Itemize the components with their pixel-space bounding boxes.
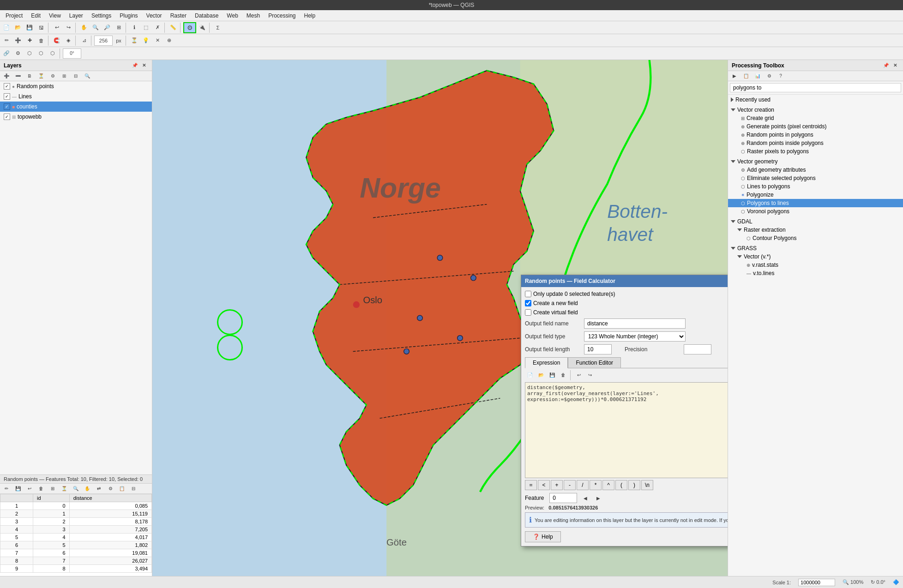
col-header-id[interactable]: id (33, 494, 70, 502)
op-divide[interactable]: / (577, 480, 589, 490)
tree-item-gen-points[interactable]: ⊕ Generate points (pixel centroids) (728, 122, 903, 131)
table-row[interactable]: 8726,027 (0, 557, 152, 565)
processing-pin-btn[interactable]: 📌 (882, 61, 890, 70)
tree-item-eliminate-poly[interactable]: ⬡ Eliminate selected polygons (728, 174, 903, 182)
proc-options-btn[interactable]: ⚙ (764, 71, 775, 81)
menu-edit[interactable]: Edit (27, 12, 44, 20)
table-row[interactable]: 100,085 (0, 502, 152, 510)
tree-group-header-gdal[interactable]: GDAL (728, 217, 903, 226)
tree-item-voronoi[interactable]: ⬡ Voronoi polygons (728, 207, 903, 216)
op-equals[interactable]: = (525, 480, 537, 490)
processing-close-btn[interactable]: ✕ (891, 61, 899, 70)
proc-results-btn[interactable]: 📊 (752, 71, 763, 81)
tree-item-add-geometry[interactable]: ⚙ Add geometry attributes (728, 166, 903, 174)
statistics-btn[interactable]: Σ (212, 23, 223, 33)
menu-help[interactable]: Help (301, 12, 319, 20)
move-feature-btn[interactable]: ✚ (24, 36, 35, 46)
menu-mesh[interactable]: Mesh (243, 12, 264, 20)
filter-layer-btn[interactable]: ⏳ (36, 71, 47, 81)
delete-feature-btn[interactable]: 🗑 (36, 36, 47, 46)
tree-group-header-recently-used[interactable]: Recently used (728, 96, 903, 104)
deselect-btn[interactable]: ✗ (152, 23, 163, 33)
undo-btn[interactable]: ↩ (51, 23, 62, 33)
table-row[interactable]: 2115,119 (0, 510, 152, 518)
tree-item-create-grid[interactable]: ⊞ Create grid (728, 114, 903, 122)
fc-undo-btn[interactable]: ↩ (574, 370, 584, 379)
digitize-btn[interactable]: ✏ (1, 36, 12, 46)
self-snapping-btn[interactable]: ⬡ (47, 48, 58, 59)
only-update-label[interactable]: Only update 0 selected feature(s) (525, 291, 615, 297)
tree-group-header-vector-creation[interactable]: Vector creation (728, 106, 903, 114)
table-row[interactable]: 437,205 (0, 526, 152, 534)
layers-close-btn[interactable]: ✕ (140, 61, 148, 70)
vertex-editor-btn[interactable]: ◈ (63, 36, 74, 46)
fc-save-btn[interactable]: 💾 (547, 370, 557, 379)
fc-delete-btn[interactable]: 🗑 (558, 370, 568, 379)
processing-search-input[interactable] (730, 83, 901, 92)
plugins-btn[interactable]: 🔌 (197, 23, 208, 33)
table-row[interactable]: 651,802 (0, 541, 152, 549)
snap-btn[interactable]: 🧲 (51, 36, 62, 46)
attr-field-calc-btn[interactable]: ⚙ (105, 484, 116, 494)
layer-item-topowebb[interactable]: ✓ ⊞ topowebb (0, 112, 152, 122)
tree-item-raster-to-poly[interactable]: ⬡ Raster pixels to polygons (728, 147, 903, 156)
attr-zoom-btn[interactable]: 🔍 (70, 484, 81, 494)
save-as-btn[interactable]: 🖫 (36, 23, 47, 33)
proc-history-btn[interactable]: 📋 (740, 71, 752, 81)
op-less[interactable]: < (538, 480, 550, 490)
attr-invert-btn[interactable]: ⇄ (93, 484, 104, 494)
tree-group-header-vector-geometry[interactable]: Vector geometry (728, 157, 903, 166)
fc-new-btn[interactable]: 📄 (525, 370, 535, 379)
layers-pin-btn[interactable]: 📌 (131, 61, 139, 70)
op-power[interactable]: ^ (602, 480, 614, 490)
tab-expression[interactable]: Expression (525, 357, 568, 368)
op-minus[interactable]: - (564, 480, 576, 490)
menu-vector[interactable]: Vector (143, 12, 166, 20)
op-newline[interactable]: \n (641, 480, 653, 490)
fc-next-feature-btn[interactable]: ▶ (594, 493, 603, 503)
menu-settings[interactable]: Settings (88, 12, 115, 20)
tree-item-contour-polygons[interactable]: ⬡ Contour Polygons (728, 234, 903, 242)
new-project-btn[interactable]: 📄 (1, 23, 12, 33)
layer-item-random-points[interactable]: ✓ ● Random points (0, 81, 152, 91)
layers-collapse-btn[interactable]: ⊟ (70, 71, 81, 81)
attr-dock-btn[interactable]: ⊟ (128, 484, 139, 494)
advanced-digitize-btn[interactable]: ⊿ (78, 36, 90, 46)
fc-expression-text[interactable]: distance($geometry,array_first(overlay_n… (525, 382, 728, 478)
zoom-in-btn[interactable]: 🔍 (90, 23, 101, 33)
layer-item-lines[interactable]: ✓ — Lines (0, 91, 152, 102)
remove-layer-btn[interactable]: ➖ (12, 71, 24, 81)
add-feature-btn[interactable]: ➕ (12, 36, 24, 46)
attr-pan-btn[interactable]: ✋ (82, 484, 93, 494)
layer-props-btn[interactable]: ⚙ (47, 71, 58, 81)
fc-feature-input[interactable] (549, 493, 577, 503)
proc-help-btn[interactable]: ? (775, 71, 786, 81)
attr-edit-btn[interactable]: ✏ (1, 484, 12, 494)
layers-expand-btn[interactable]: ⊞ (59, 71, 70, 81)
attr-save-btn[interactable]: 💾 (12, 484, 24, 494)
menu-processing[interactable]: Processing (265, 12, 299, 20)
save-btn[interactable]: 💾 (24, 23, 35, 33)
proc-run-btn[interactable]: ▶ (729, 71, 740, 81)
tree-item-polygonize[interactable]: ✶ Polygonize (728, 191, 903, 199)
create-new-field-label[interactable]: Create a new field (525, 300, 578, 306)
create-virtual-checkbox[interactable] (525, 309, 531, 316)
menu-layer[interactable]: Layer (66, 12, 87, 20)
tree-item-vrast-stats[interactable]: ⊕ v.rast.stats (728, 261, 903, 269)
fc-prev-feature-btn[interactable]: ◀ (581, 493, 590, 503)
tree-group-header-vector-v[interactable]: Vector (v.*) (728, 252, 903, 261)
attr-filter-btn[interactable]: ⏳ (59, 484, 70, 494)
layer-item-counties[interactable]: ✓ ■ counties (0, 102, 152, 112)
statusbar-scale-input[interactable] (798, 579, 835, 586)
menu-web[interactable]: Web (223, 12, 241, 20)
measure-btn[interactable]: 📏 (168, 23, 179, 33)
tree-item-random-inside-poly[interactable]: ⊕ Random points inside polygons (728, 139, 903, 147)
menu-plugins[interactable]: Plugins (116, 12, 141, 20)
open-project-btn[interactable]: 📂 (12, 23, 24, 33)
table-row[interactable]: 328,178 (0, 518, 152, 526)
pan-to-selection-btn[interactable]: ⊕ (163, 36, 175, 46)
tree-group-header-grass[interactable]: GRASS (728, 244, 903, 252)
show-tips-btn[interactable]: 💡 (140, 36, 151, 46)
output-field-name-input[interactable] (584, 318, 686, 329)
op-open-paren[interactable]: ( (615, 480, 627, 490)
